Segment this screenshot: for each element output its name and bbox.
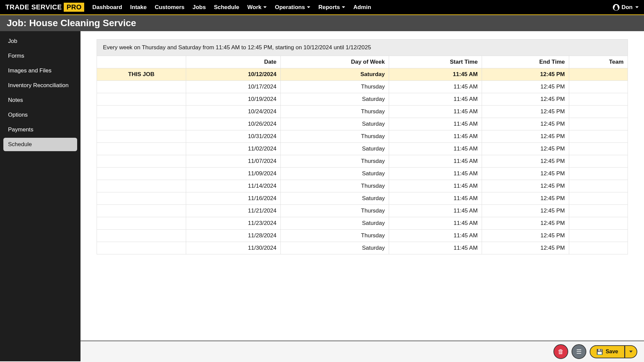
nav-link-label: Reports bbox=[318, 4, 340, 11]
cell-start: 11:45 AM bbox=[389, 168, 482, 180]
top-nav: TRADE SERVICE PRO DashboardIntakeCustome… bbox=[0, 0, 644, 15]
column-header: End Time bbox=[482, 56, 569, 68]
nav-link-intake[interactable]: Intake bbox=[130, 4, 147, 11]
table-row[interactable]: 11/02/2024Saturday11:45 AM12:45 PM bbox=[97, 143, 628, 155]
user-name: Don bbox=[622, 4, 633, 11]
cell-dow: Thursday bbox=[281, 230, 389, 242]
table-row[interactable]: 11/21/2024Thursday11:45 AM12:45 PM bbox=[97, 205, 628, 217]
nav-link-label: Work bbox=[247, 4, 261, 11]
nav-link-label: Jobs bbox=[193, 4, 206, 11]
cell-tag bbox=[97, 130, 186, 143]
sidebar-item-options[interactable]: Options bbox=[3, 108, 77, 122]
cell-team bbox=[569, 93, 628, 106]
cell-date: 10/19/2024 bbox=[186, 93, 281, 106]
table-row[interactable]: 10/31/2024Thursday11:45 AM12:45 PM bbox=[97, 130, 628, 143]
sidebar-item-inventory-reconciliation[interactable]: Inventory Reconciliation bbox=[3, 79, 77, 92]
sidebar-item-forms[interactable]: Forms bbox=[3, 49, 77, 63]
cell-tag bbox=[97, 106, 186, 118]
save-button[interactable]: Save bbox=[590, 345, 625, 358]
cell-team bbox=[569, 106, 628, 118]
nav-link-operations[interactable]: Operations bbox=[275, 4, 310, 11]
cell-end: 12:45 PM bbox=[482, 180, 569, 192]
save-dropdown-button[interactable] bbox=[625, 345, 637, 358]
nav-link-admin[interactable]: Admin bbox=[353, 4, 371, 11]
cell-end: 12:45 PM bbox=[482, 143, 569, 155]
nav-link-jobs[interactable]: Jobs bbox=[193, 4, 206, 11]
cell-team bbox=[569, 192, 628, 205]
table-row[interactable]: 11/28/2024Thursday11:45 AM12:45 PM bbox=[97, 230, 628, 242]
sidebar-item-job[interactable]: Job bbox=[3, 35, 77, 48]
table-row[interactable]: 11/23/2024Saturday11:45 AM12:45 PM bbox=[97, 217, 628, 230]
brand-logo[interactable]: TRADE SERVICE PRO bbox=[5, 3, 84, 12]
cell-date: 11/16/2024 bbox=[186, 192, 281, 205]
cell-team bbox=[569, 180, 628, 192]
cell-tag bbox=[97, 180, 186, 192]
cell-start: 11:45 AM bbox=[389, 106, 482, 118]
chevron-down-icon bbox=[263, 6, 267, 8]
save-label: Save bbox=[606, 349, 618, 355]
save-button-group: Save bbox=[590, 345, 637, 358]
table-row[interactable]: 11/09/2024Saturday11:45 AM12:45 PM bbox=[97, 168, 628, 180]
sidebar-item-images-and-files[interactable]: Images and Files bbox=[3, 64, 77, 77]
nav-link-schedule[interactable]: Schedule bbox=[214, 4, 239, 11]
list-button[interactable] bbox=[572, 344, 586, 359]
nav-link-dashboard[interactable]: Dashboard bbox=[92, 4, 122, 11]
cell-team bbox=[569, 217, 628, 230]
user-icon bbox=[613, 4, 620, 11]
table-row[interactable]: 10/19/2024Saturday11:45 AM12:45 PM bbox=[97, 93, 628, 106]
cell-start: 11:45 AM bbox=[389, 130, 482, 143]
brand-name: TRADE SERVICE bbox=[5, 3, 62, 11]
sidebar: JobFormsImages and FilesInventory Reconc… bbox=[0, 31, 80, 361]
column-header: Day of Week bbox=[281, 56, 389, 68]
cell-team bbox=[569, 168, 628, 180]
cell-date: 10/24/2024 bbox=[186, 106, 281, 118]
cell-date: 11/30/2024 bbox=[186, 242, 281, 254]
cell-dow: Saturday bbox=[281, 93, 389, 106]
table-row[interactable]: 11/14/2024Thursday11:45 AM12:45 PM bbox=[97, 180, 628, 192]
user-menu[interactable]: Don bbox=[613, 4, 639, 11]
cell-end: 12:45 PM bbox=[482, 93, 569, 106]
cell-start: 11:45 AM bbox=[389, 192, 482, 205]
cell-tag bbox=[97, 155, 186, 168]
nav-link-reports[interactable]: Reports bbox=[318, 4, 345, 11]
cell-date: 11/02/2024 bbox=[186, 143, 281, 155]
cell-end: 12:45 PM bbox=[482, 106, 569, 118]
sidebar-item-notes[interactable]: Notes bbox=[3, 94, 77, 107]
table-row[interactable]: THIS JOB10/12/2024Saturday11:45 AM12:45 … bbox=[97, 68, 628, 81]
chevron-down-icon bbox=[342, 6, 345, 8]
cell-end: 12:45 PM bbox=[482, 68, 569, 81]
sidebar-item-schedule[interactable]: Schedule bbox=[3, 138, 77, 151]
cell-start: 11:45 AM bbox=[389, 155, 482, 168]
page-title: Job: House Cleaning Service bbox=[0, 15, 644, 31]
delete-button[interactable] bbox=[553, 344, 568, 359]
table-row[interactable]: 10/24/2024Thursday11:45 AM12:45 PM bbox=[97, 106, 628, 118]
column-header: Start Time bbox=[389, 56, 482, 68]
table-row[interactable]: 10/26/2024Saturday11:45 AM12:45 PM bbox=[97, 118, 628, 130]
cell-dow: Saturday bbox=[281, 143, 389, 155]
cell-start: 11:45 AM bbox=[389, 230, 482, 242]
sidebar-item-payments[interactable]: Payments bbox=[3, 123, 77, 136]
table-row[interactable]: 11/30/2024Saturday11:45 AM12:45 PM bbox=[97, 242, 628, 254]
footer-toolbar: Save bbox=[80, 341, 644, 361]
cell-end: 12:45 PM bbox=[482, 205, 569, 217]
cell-end: 12:45 PM bbox=[482, 242, 569, 254]
nav-link-customers[interactable]: Customers bbox=[155, 4, 184, 11]
nav-link-work[interactable]: Work bbox=[247, 4, 267, 11]
cell-tag bbox=[97, 230, 186, 242]
brand-badge: PRO bbox=[64, 3, 84, 12]
table-row[interactable]: 10/17/2024Thursday11:45 AM12:45 PM bbox=[97, 81, 628, 93]
column-header bbox=[97, 56, 186, 68]
cell-end: 12:45 PM bbox=[482, 230, 569, 242]
table-row[interactable]: 11/16/2024Saturday11:45 AM12:45 PM bbox=[97, 192, 628, 205]
cell-tag bbox=[97, 93, 186, 106]
save-icon bbox=[596, 349, 603, 355]
cell-start: 11:45 AM bbox=[389, 180, 482, 192]
table-row[interactable]: 11/07/2024Thursday11:45 AM12:45 PM bbox=[97, 155, 628, 168]
cell-start: 11:45 AM bbox=[389, 242, 482, 254]
list-icon bbox=[576, 348, 582, 355]
cell-team bbox=[569, 155, 628, 168]
cell-date: 10/26/2024 bbox=[186, 118, 281, 130]
cell-tag bbox=[97, 143, 186, 155]
main-content: Every week on Thursday and Saturday from… bbox=[80, 31, 644, 361]
cell-tag bbox=[97, 168, 186, 180]
